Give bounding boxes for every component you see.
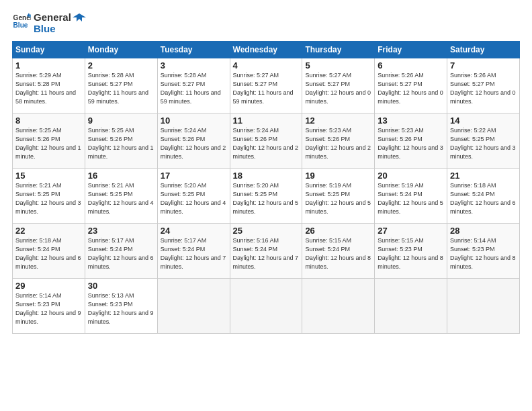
calendar-week-row: 1Sunrise: 5:29 AMSunset: 5:28 PMDaylight…: [13, 58, 520, 113]
logo-bird-icon: [73, 12, 86, 26]
calendar-cell: [447, 279, 520, 334]
calendar-cell: 17Sunrise: 5:20 AMSunset: 5:25 PMDayligh…: [157, 169, 230, 224]
day-info: Sunrise: 5:16 AMSunset: 5:24 PMDaylight:…: [233, 236, 300, 271]
day-info: Sunrise: 5:13 AMSunset: 5:23 PMDaylight:…: [88, 291, 154, 326]
day-info: Sunrise: 5:23 AMSunset: 5:26 PMDaylight:…: [378, 126, 444, 161]
calendar-cell: 13Sunrise: 5:23 AMSunset: 5:26 PMDayligh…: [375, 113, 447, 169]
day-info: Sunrise: 5:21 AMSunset: 5:25 PMDaylight:…: [88, 181, 154, 216]
day-info: Sunrise: 5:19 AMSunset: 5:24 PMDaylight:…: [378, 181, 444, 216]
day-info: Sunrise: 5:26 AMSunset: 5:27 PMDaylight:…: [450, 71, 517, 106]
header: General Blue General Blue: [12, 12, 520, 34]
day-info: Sunrise: 5:18 AMSunset: 5:24 PMDaylight:…: [450, 181, 517, 216]
day-number: 8: [15, 116, 82, 126]
day-number: 7: [450, 60, 517, 71]
day-number: 29: [15, 281, 82, 291]
calendar-cell: 7Sunrise: 5:26 AMSunset: 5:27 PMDaylight…: [447, 58, 520, 113]
calendar-cell: 22Sunrise: 5:18 AMSunset: 5:24 PMDayligh…: [13, 224, 85, 279]
calendar-header-friday: Friday: [375, 42, 447, 58]
calendar-cell: [230, 279, 302, 334]
day-number: 2: [88, 60, 154, 71]
day-info: Sunrise: 5:17 AMSunset: 5:24 PMDaylight:…: [88, 236, 154, 271]
calendar-week-row: 15Sunrise: 5:21 AMSunset: 5:25 PMDayligh…: [13, 169, 520, 224]
day-info: Sunrise: 5:25 AMSunset: 5:26 PMDaylight:…: [88, 126, 154, 161]
svg-text:Blue: Blue: [13, 21, 28, 29]
day-info: Sunrise: 5:28 AMSunset: 5:27 PMDaylight:…: [161, 71, 227, 106]
calendar-header-row: SundayMondayTuesdayWednesdayThursdayFrid…: [13, 42, 520, 58]
day-number: 18: [233, 171, 300, 181]
day-number: 27: [378, 226, 444, 236]
day-info: Sunrise: 5:17 AMSunset: 5:24 PMDaylight:…: [161, 236, 227, 271]
calendar-header-saturday: Saturday: [447, 42, 520, 58]
calendar-cell: 2Sunrise: 5:28 AMSunset: 5:27 PMDaylight…: [85, 58, 157, 113]
day-number: 9: [88, 116, 154, 126]
calendar-cell: 11Sunrise: 5:24 AMSunset: 5:26 PMDayligh…: [230, 113, 302, 169]
day-number: 24: [161, 226, 227, 236]
day-info: Sunrise: 5:26 AMSunset: 5:27 PMDaylight:…: [378, 71, 444, 106]
calendar-cell: 16Sunrise: 5:21 AMSunset: 5:25 PMDayligh…: [85, 169, 157, 224]
day-info: Sunrise: 5:20 AMSunset: 5:25 PMDaylight:…: [233, 181, 300, 216]
calendar-cell: 19Sunrise: 5:19 AMSunset: 5:25 PMDayligh…: [302, 169, 375, 224]
calendar-cell: 10Sunrise: 5:24 AMSunset: 5:26 PMDayligh…: [157, 113, 230, 169]
day-info: Sunrise: 5:14 AMSunset: 5:23 PMDaylight:…: [450, 236, 517, 271]
page: General Blue General Blue: [0, 0, 532, 411]
calendar-cell: 5Sunrise: 5:27 AMSunset: 5:27 PMDaylight…: [302, 58, 375, 113]
logo-general: General: [34, 12, 71, 24]
day-info: Sunrise: 5:21 AMSunset: 5:25 PMDaylight:…: [15, 181, 82, 216]
calendar-cell: 14Sunrise: 5:22 AMSunset: 5:25 PMDayligh…: [447, 113, 520, 169]
day-number: 25: [233, 226, 300, 236]
calendar-header-thursday: Thursday: [302, 42, 375, 58]
calendar-cell: 18Sunrise: 5:20 AMSunset: 5:25 PMDayligh…: [230, 169, 302, 224]
calendar-cell: 21Sunrise: 5:18 AMSunset: 5:24 PMDayligh…: [447, 169, 520, 224]
calendar-cell: 9Sunrise: 5:25 AMSunset: 5:26 PMDaylight…: [85, 113, 157, 169]
day-number: 23: [88, 226, 154, 236]
day-info: Sunrise: 5:24 AMSunset: 5:26 PMDaylight:…: [233, 126, 300, 161]
svg-marker-4: [73, 13, 86, 21]
calendar-cell: 1Sunrise: 5:29 AMSunset: 5:28 PMDaylight…: [13, 58, 85, 113]
day-info: Sunrise: 5:28 AMSunset: 5:27 PMDaylight:…: [88, 71, 154, 106]
day-number: 16: [88, 171, 154, 181]
day-number: 1: [15, 60, 82, 71]
day-info: Sunrise: 5:20 AMSunset: 5:25 PMDaylight:…: [161, 181, 227, 216]
day-info: Sunrise: 5:14 AMSunset: 5:23 PMDaylight:…: [15, 291, 82, 326]
day-info: Sunrise: 5:15 AMSunset: 5:24 PMDaylight:…: [305, 236, 371, 271]
day-number: 11: [233, 116, 300, 126]
logo-icon: General Blue: [12, 12, 31, 31]
day-number: 28: [450, 226, 517, 236]
calendar-cell: 24Sunrise: 5:17 AMSunset: 5:24 PMDayligh…: [157, 224, 230, 279]
day-info: Sunrise: 5:27 AMSunset: 5:27 PMDaylight:…: [233, 71, 300, 106]
calendar-cell: 4Sunrise: 5:27 AMSunset: 5:27 PMDaylight…: [230, 58, 302, 113]
calendar-cell: [157, 279, 230, 334]
day-number: 21: [450, 171, 517, 181]
day-number: 20: [378, 171, 444, 181]
day-number: 13: [378, 116, 444, 126]
calendar-cell: [302, 279, 375, 334]
day-info: Sunrise: 5:24 AMSunset: 5:26 PMDaylight:…: [161, 126, 227, 161]
day-number: 6: [378, 60, 444, 71]
day-number: 10: [161, 116, 227, 126]
calendar-cell: 25Sunrise: 5:16 AMSunset: 5:24 PMDayligh…: [230, 224, 302, 279]
calendar-header-wednesday: Wednesday: [230, 42, 302, 58]
day-number: 12: [305, 116, 371, 126]
logo: General Blue General Blue: [12, 12, 86, 34]
calendar-cell: 26Sunrise: 5:15 AMSunset: 5:24 PMDayligh…: [302, 224, 375, 279]
calendar-header-tuesday: Tuesday: [157, 42, 230, 58]
day-number: 3: [161, 60, 227, 71]
calendar-week-row: 8Sunrise: 5:25 AMSunset: 5:26 PMDaylight…: [13, 113, 520, 169]
day-info: Sunrise: 5:23 AMSunset: 5:26 PMDaylight:…: [305, 126, 371, 161]
day-number: 4: [233, 60, 300, 71]
calendar-cell: 8Sunrise: 5:25 AMSunset: 5:26 PMDaylight…: [13, 113, 85, 169]
day-info: Sunrise: 5:18 AMSunset: 5:24 PMDaylight:…: [15, 236, 82, 271]
calendar-cell: 20Sunrise: 5:19 AMSunset: 5:24 PMDayligh…: [375, 169, 447, 224]
day-info: Sunrise: 5:29 AMSunset: 5:28 PMDaylight:…: [15, 71, 82, 106]
calendar-cell: 6Sunrise: 5:26 AMSunset: 5:27 PMDaylight…: [375, 58, 447, 113]
calendar-cell: 27Sunrise: 5:15 AMSunset: 5:23 PMDayligh…: [375, 224, 447, 279]
day-number: 22: [15, 226, 82, 236]
day-info: Sunrise: 5:15 AMSunset: 5:23 PMDaylight:…: [378, 236, 444, 271]
day-info: Sunrise: 5:22 AMSunset: 5:25 PMDaylight:…: [450, 126, 517, 161]
calendar-header-sunday: Sunday: [13, 42, 85, 58]
calendar-header-monday: Monday: [85, 42, 157, 58]
day-number: 17: [161, 171, 227, 181]
day-info: Sunrise: 5:19 AMSunset: 5:25 PMDaylight:…: [305, 181, 371, 216]
day-number: 19: [305, 171, 371, 181]
calendar-cell: 15Sunrise: 5:21 AMSunset: 5:25 PMDayligh…: [13, 169, 85, 224]
